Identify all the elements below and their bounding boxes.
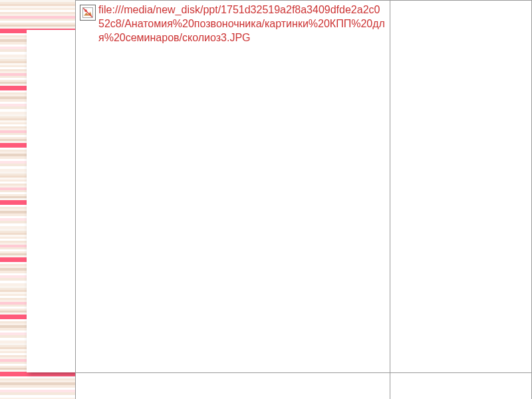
broken-image-icon	[80, 5, 96, 21]
empty-cell-left-bottom	[76, 373, 390, 399]
table-row	[76, 372, 531, 399]
empty-cell-right-bottom	[390, 373, 531, 399]
empty-cell-right	[390, 1, 531, 372]
table-row: file:///media/new_disk/ppt/1751d32519a2f…	[76, 1, 531, 372]
image-cell: file:///media/new_disk/ppt/1751d32519a2f…	[76, 1, 390, 372]
content-table: file:///media/new_disk/ppt/1751d32519a2f…	[75, 0, 532, 399]
broken-image-path: file:///media/new_disk/ppt/1751d32519a2f…	[98, 3, 386, 45]
